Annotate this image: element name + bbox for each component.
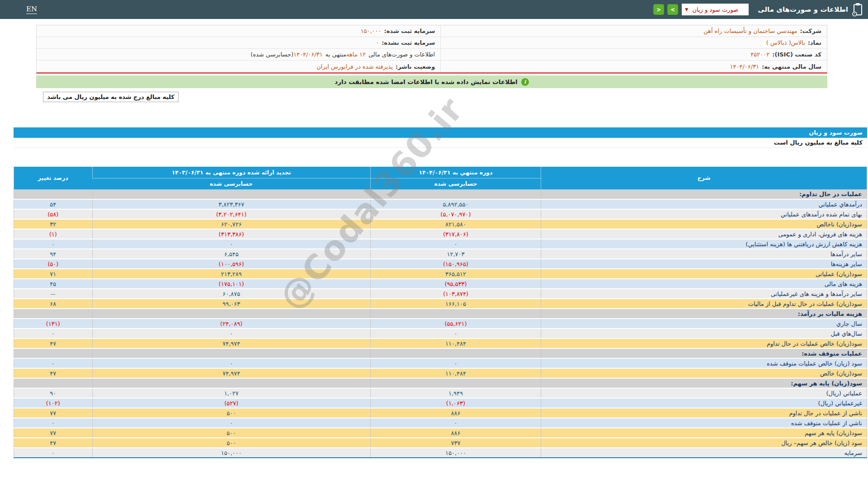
line-item-label: سایر هزینه‌ها [541,259,867,269]
amount-cell: ۵۰۰ [92,438,370,448]
table-row: سود (زیان) خالص عملیات متوقف شده۰۰۰ [14,358,867,368]
audit-note-post: (حسابرسی شده) [250,51,293,58]
amount-cell: ۴۷ [14,438,93,448]
line-item-label: درآمدهاي عملياتي [541,199,867,209]
amount-cell: ۰ [92,418,370,428]
table-row: بهای تمام شده درآمدهای عملیاتي(۵,۰۷۰,۹۷۰… [14,209,867,219]
amount-cell: (۵۵,۶۲۱) [370,319,541,328]
unregistered-capital-value: ۰ [376,39,379,46]
section-empty-cell [370,348,541,358]
table-row: سود(زیان) خالص۱۱۰,۴۸۴۷۴,۹۷۴۴۷ [14,368,867,378]
section-label: عملیات در حال تداوم: [541,189,867,199]
chevron-down-icon: ▼ [685,8,688,12]
amount-cell: ۰ [14,448,93,458]
amount-cell: ۰ [370,358,541,368]
publisher-status-value: پذیرفته شده در فرابورس ایران [316,63,393,70]
amount-cell: ۵۴ [14,199,93,209]
line-item-label: غیرعملیاتي (ریال) [541,398,867,408]
amount-cell: ۰ [14,239,93,249]
company-info-row: سال مالی منتهی به: ۱۴۰۴/۰۶/۳۱ وضعیت ناشر… [37,61,827,72]
section-empty-cell [14,189,93,199]
fiscal-year-value: ۱۴۰۴/۰۶/۳۱ [730,63,760,70]
income-statement-section: صورت سود و زیان کلیه مبالغ به میلیون ریا… [14,127,867,458]
section-empty-cell [14,348,93,358]
section-label: سود(زیان) پایه هر سهم: [541,378,867,388]
table-row: ناشي از عملیات در حال تداوم۸۸۶۵۰۰۷۷ [14,408,867,418]
statement-type-select[interactable]: ▼ صورت سود و زیان [682,4,749,15]
amount-cell: ۴۵ [14,279,93,289]
table-row: هزینه های فروش، اداری و عمومی(۳۱۷,۸۰۶)(۳… [14,229,867,239]
table-row: سود(زیان) خالص عملیات در حال تداوم۱۱۰,۴۸… [14,338,867,348]
signed-match-text: اطلاعات نمایش داده شده با اطلاعات امضا ش… [335,78,518,85]
amount-cell: (۳۱۷,۸۰۶) [370,229,541,239]
signed-match-alert: i اطلاعات نمایش داده شده با اطلاعات امضا… [36,75,827,88]
company-info-row: شرکت: مهندسي ساختمان و تأسيسات راه آهن س… [37,25,827,37]
statement-unit-note: کلیه مبالغ به میلیون ریال است [14,138,867,148]
amount-cell: (۵۸) [14,209,93,219]
table-row: سود(زیان) ناخالص۸۲۱,۵۸۰۶۲۰,۷۲۶۳۲ [14,219,867,229]
table-row: هزینه کاهش ارزش دریافتني ها (هزینه استثن… [14,239,867,249]
line-item-label: ناشي از عملیات متوقف شده [541,418,867,428]
line-item-label: عملیاتي (ریال) [541,388,867,398]
line-item-label: هزینه های فروش، اداری و عمومی [541,229,867,239]
section-empty-cell [370,189,541,199]
line-item-label: بهای تمام شده درآمدهای عملیاتي [541,209,867,219]
amount-cell: ۴۷ [14,338,93,348]
amount-cell: (۱) [14,229,93,239]
amount-cell: ۶۰,۸۷۵ [92,289,370,299]
unregistered-capital-label: سرمایه ثبت نشده: [382,39,435,46]
page-title: اطلاعات و صورت‌های مالی [758,5,848,14]
english-language-link[interactable]: EN [26,5,37,14]
amount-cell: ۵۰۰ [92,408,370,418]
amount-cell: ۱۵۰,۰۰۰ [92,448,370,458]
amount-cell: ۲۱۳,۲۸۹ [92,269,370,279]
line-item-label: هزینه کاهش ارزش دریافتني ها (هزینه استثن… [541,239,867,249]
registered-capital-label: سرمایه ثبت شده: [384,28,435,34]
amount-cell: ۹۰ [14,388,93,398]
amount-cell: ۱۲,۷۰۳ [370,249,541,259]
amount-cell: ۸۲۱,۵۸۰ [370,219,541,229]
table-row: سایر درآمدها۱۲,۷۰۳۶,۵۴۵۹۴ [14,249,867,259]
amount-cell: ۷۷ [14,428,93,438]
statement-title-bar: صورت سود و زیان [14,127,867,138]
audit-note-date: ۱۴۰۴/۰۶/۳۱ [293,51,323,58]
amount-cell: ۶۸ [14,299,93,309]
amount-cell: ۵,۸۹۲,۵۵۰ [370,199,541,209]
profit-loss-table: شرح دوره منتهي به ۱۴۰۴/۰۶/۳۱ تجدید ارائه… [14,167,867,458]
amount-cell: ۸۸۶ [370,408,541,418]
symbol-label: نماد: [808,39,821,46]
amount-cell: (۱۰۲) [14,398,93,408]
amount-cell: (۵,۰۷۰,۹۷۰) [370,209,541,219]
amount-cell: ۰ [14,358,93,368]
financial-statements-clipboard-icon [852,3,863,16]
isic-label: کد صنعت (ISIC): [772,51,821,58]
table-row: سود(زیان) عملیات در حال تداوم قبل از مال… [14,299,867,309]
amount-cell: ۰ [92,328,370,338]
table-row: سرمایه۱۵۰,۰۰۰۱۵۰,۰۰۰۰ [14,448,867,458]
company-value: مهندسي ساختمان و تأسيسات راه آهن [703,28,797,34]
amount-cell: ۱۵۰,۰۰۰ [370,448,541,458]
line-item-label: سود(زیان) عملیات در حال تداوم قبل از مال… [541,299,867,309]
amount-cell: (۱۵۰,۹۶۵) [370,259,541,269]
table-row: عملیاتي (ریال)۱,۹۴۹۱,۰۲۷۹۰ [14,388,867,398]
amount-cell: (۱۷۵,۱۰۱) [92,279,370,289]
table-row: سایر هزینه‌ها(۱۵۰,۹۶۵)(۱۰۰,۵۹۶)(۵۰) [14,259,867,269]
table-row: سایر درآمدها و هزینه های غیرعملیاتی(۱۰۳,… [14,289,867,299]
previous-statement-button[interactable]: < [653,4,664,15]
amount-cell: ۳۶۵,۵۱۲ [370,269,541,279]
amount-cell: ۰ [370,328,541,338]
column-subheader-current-audited: حسابرسی شده [370,178,541,189]
line-item-label: سود(زیان) ناخالص [541,219,867,229]
top-header-bar: اطلاعات و صورت‌های مالی ▼ صورت سود و زیا… [0,0,868,19]
audit-note-mid: منتهی به [326,51,346,58]
line-item-label: سال‌هاي قبل [541,328,867,338]
section-header-row: سود(زیان) پایه هر سهم: [14,378,867,388]
amount-cell: (۱,۰۶۳) [370,398,541,408]
header-right-group: اطلاعات و صورت‌های مالی ▼ صورت سود و زیا… [650,3,863,16]
section-header-row: هزینه مالیات بر درآمد: [14,309,867,319]
amount-cell: ۱۱۰,۴۸۴ [370,368,541,378]
next-statement-button[interactable]: > [667,4,678,15]
amount-cell: (۱۰۰,۵۹۶) [92,259,370,269]
company-info-table: شرکت: مهندسي ساختمان و تأسيسات راه آهن س… [36,25,827,74]
amount-cell: (۹۵,۵۳۳) [370,279,541,289]
